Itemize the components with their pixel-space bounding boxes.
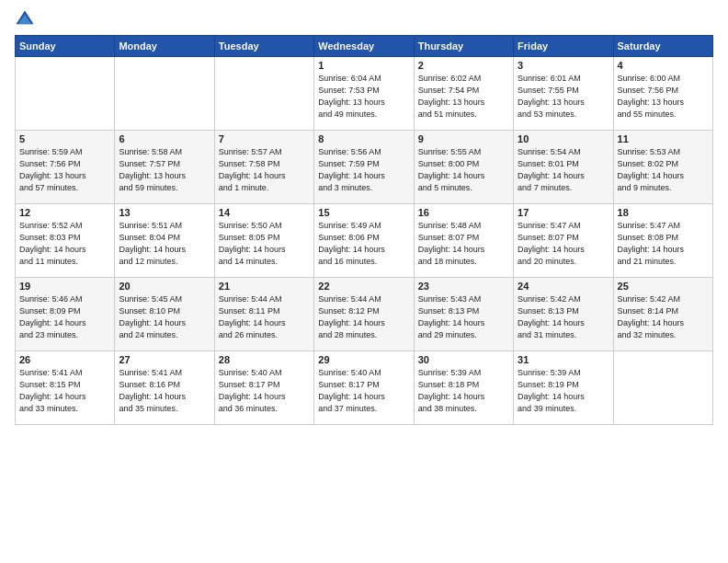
day-number: 10 — [518, 133, 609, 144]
calendar-cell: 9Sunrise: 5:55 AM Sunset: 8:00 PM Daylig… — [414, 131, 513, 204]
day-number: 27 — [119, 354, 210, 365]
header-row: SundayMondayTuesdayWednesdayThursdayFrid… — [16, 36, 713, 57]
calendar-cell — [613, 351, 712, 425]
calendar-cell: 1Sunrise: 6:04 AM Sunset: 7:53 PM Daylig… — [314, 57, 414, 131]
column-header-tuesday: Tuesday — [214, 36, 313, 57]
calendar-cell: 5Sunrise: 5:59 AM Sunset: 7:56 PM Daylig… — [16, 131, 115, 204]
day-number: 25 — [618, 281, 709, 292]
logo-icon — [15, 9, 35, 29]
column-header-wednesday: Wednesday — [314, 36, 414, 57]
day-number: 11 — [618, 133, 709, 144]
day-info: Sunrise: 5:44 AM Sunset: 8:12 PM Dayligh… — [318, 293, 409, 341]
calendar-cell: 21Sunrise: 5:44 AM Sunset: 8:11 PM Dayli… — [214, 278, 313, 351]
day-number: 30 — [418, 354, 509, 365]
day-info: Sunrise: 5:42 AM Sunset: 8:13 PM Dayligh… — [518, 293, 609, 341]
calendar-cell: 11Sunrise: 5:53 AM Sunset: 8:02 PM Dayli… — [613, 131, 712, 204]
calendar-cell — [16, 57, 115, 131]
day-info: Sunrise: 5:57 AM Sunset: 7:58 PM Dayligh… — [219, 146, 310, 194]
calendar-cell: 26Sunrise: 5:41 AM Sunset: 8:15 PM Dayli… — [16, 351, 115, 425]
day-info: Sunrise: 5:40 AM Sunset: 8:17 PM Dayligh… — [219, 367, 310, 415]
day-info: Sunrise: 5:42 AM Sunset: 8:14 PM Dayligh… — [618, 293, 709, 341]
calendar-cell: 28Sunrise: 5:40 AM Sunset: 8:17 PM Dayli… — [214, 351, 313, 425]
calendar-cell: 10Sunrise: 5:54 AM Sunset: 8:01 PM Dayli… — [514, 131, 613, 204]
day-number: 24 — [518, 281, 609, 292]
day-info: Sunrise: 5:55 AM Sunset: 8:00 PM Dayligh… — [418, 146, 509, 194]
calendar-cell: 7Sunrise: 5:57 AM Sunset: 7:58 PM Daylig… — [214, 131, 313, 204]
calendar-cell: 20Sunrise: 5:45 AM Sunset: 8:10 PM Dayli… — [115, 278, 214, 351]
day-info: Sunrise: 5:53 AM Sunset: 8:02 PM Dayligh… — [618, 146, 709, 194]
day-info: Sunrise: 5:39 AM Sunset: 8:19 PM Dayligh… — [518, 367, 609, 415]
calendar-cell: 30Sunrise: 5:39 AM Sunset: 8:18 PM Dayli… — [414, 351, 513, 425]
calendar-cell: 19Sunrise: 5:46 AM Sunset: 8:09 PM Dayli… — [16, 278, 115, 351]
calendar-cell: 3Sunrise: 6:01 AM Sunset: 7:55 PM Daylig… — [514, 57, 613, 131]
day-number: 9 — [418, 133, 509, 144]
day-number: 18 — [618, 207, 709, 218]
calendar-cell: 4Sunrise: 6:00 AM Sunset: 7:56 PM Daylig… — [613, 57, 712, 131]
day-info: Sunrise: 5:41 AM Sunset: 8:16 PM Dayligh… — [119, 367, 210, 415]
calendar-body: 1Sunrise: 6:04 AM Sunset: 7:53 PM Daylig… — [16, 57, 713, 425]
calendar-cell: 29Sunrise: 5:40 AM Sunset: 8:17 PM Dayli… — [314, 351, 414, 425]
header — [15, 9, 713, 29]
day-info: Sunrise: 5:59 AM Sunset: 7:56 PM Dayligh… — [19, 146, 110, 194]
day-number: 1 — [318, 60, 409, 71]
column-header-saturday: Saturday — [613, 36, 712, 57]
day-number: 26 — [19, 354, 110, 365]
calendar-cell: 17Sunrise: 5:47 AM Sunset: 8:07 PM Dayli… — [514, 204, 613, 278]
calendar-cell — [214, 57, 313, 131]
week-row-2: 12Sunrise: 5:52 AM Sunset: 8:03 PM Dayli… — [16, 204, 713, 278]
day-number: 8 — [318, 133, 409, 144]
calendar-cell: 2Sunrise: 6:02 AM Sunset: 7:54 PM Daylig… — [414, 57, 513, 131]
calendar-cell: 24Sunrise: 5:42 AM Sunset: 8:13 PM Dayli… — [514, 278, 613, 351]
day-info: Sunrise: 5:54 AM Sunset: 8:01 PM Dayligh… — [518, 146, 609, 194]
day-info: Sunrise: 6:02 AM Sunset: 7:54 PM Dayligh… — [418, 73, 509, 121]
day-number: 16 — [418, 207, 509, 218]
column-header-monday: Monday — [115, 36, 214, 57]
day-info: Sunrise: 5:43 AM Sunset: 8:13 PM Dayligh… — [418, 293, 509, 341]
day-info: Sunrise: 5:51 AM Sunset: 8:04 PM Dayligh… — [119, 220, 210, 268]
calendar-cell: 16Sunrise: 5:48 AM Sunset: 8:07 PM Dayli… — [414, 204, 513, 278]
day-number: 19 — [19, 281, 110, 292]
day-number: 15 — [318, 207, 409, 218]
calendar-cell — [115, 57, 214, 131]
day-info: Sunrise: 5:44 AM Sunset: 8:11 PM Dayligh… — [219, 293, 310, 341]
calendar-cell: 13Sunrise: 5:51 AM Sunset: 8:04 PM Dayli… — [115, 204, 214, 278]
day-info: Sunrise: 5:46 AM Sunset: 8:09 PM Dayligh… — [19, 293, 110, 341]
day-number: 4 — [618, 60, 709, 71]
day-info: Sunrise: 6:01 AM Sunset: 7:55 PM Dayligh… — [518, 73, 609, 121]
day-info: Sunrise: 6:04 AM Sunset: 7:53 PM Dayligh… — [318, 73, 409, 121]
calendar-header: SundayMondayTuesdayWednesdayThursdayFrid… — [16, 36, 713, 57]
day-info: Sunrise: 5:48 AM Sunset: 8:07 PM Dayligh… — [418, 220, 509, 268]
day-number: 6 — [119, 133, 210, 144]
calendar-cell: 18Sunrise: 5:47 AM Sunset: 8:08 PM Dayli… — [613, 204, 712, 278]
column-header-thursday: Thursday — [414, 36, 513, 57]
day-info: Sunrise: 5:52 AM Sunset: 8:03 PM Dayligh… — [19, 220, 110, 268]
calendar-cell: 14Sunrise: 5:50 AM Sunset: 8:05 PM Dayli… — [214, 204, 313, 278]
day-info: Sunrise: 5:50 AM Sunset: 8:05 PM Dayligh… — [219, 220, 310, 268]
week-row-3: 19Sunrise: 5:46 AM Sunset: 8:09 PM Dayli… — [16, 278, 713, 351]
day-info: Sunrise: 5:58 AM Sunset: 7:57 PM Dayligh… — [119, 146, 210, 194]
day-info: Sunrise: 5:45 AM Sunset: 8:10 PM Dayligh… — [119, 293, 210, 341]
calendar-cell: 8Sunrise: 5:56 AM Sunset: 7:59 PM Daylig… — [314, 131, 414, 204]
week-row-1: 5Sunrise: 5:59 AM Sunset: 7:56 PM Daylig… — [16, 131, 713, 204]
day-number: 28 — [219, 354, 310, 365]
day-number: 3 — [518, 60, 609, 71]
day-info: Sunrise: 5:56 AM Sunset: 7:59 PM Dayligh… — [318, 146, 409, 194]
day-info: Sunrise: 5:49 AM Sunset: 8:06 PM Dayligh… — [318, 220, 409, 268]
column-header-sunday: Sunday — [16, 36, 115, 57]
calendar-cell: 25Sunrise: 5:42 AM Sunset: 8:14 PM Dayli… — [613, 278, 712, 351]
day-number: 22 — [318, 281, 409, 292]
calendar-cell: 22Sunrise: 5:44 AM Sunset: 8:12 PM Dayli… — [314, 278, 414, 351]
calendar-cell: 23Sunrise: 5:43 AM Sunset: 8:13 PM Dayli… — [414, 278, 513, 351]
day-number: 29 — [318, 354, 409, 365]
calendar-table: SundayMondayTuesdayWednesdayThursdayFrid… — [15, 35, 713, 425]
day-number: 7 — [219, 133, 310, 144]
calendar-cell: 15Sunrise: 5:49 AM Sunset: 8:06 PM Dayli… — [314, 204, 414, 278]
day-number: 31 — [518, 354, 609, 365]
calendar-cell: 31Sunrise: 5:39 AM Sunset: 8:19 PM Dayli… — [514, 351, 613, 425]
day-info: Sunrise: 5:39 AM Sunset: 8:18 PM Dayligh… — [418, 367, 509, 415]
calendar-cell: 27Sunrise: 5:41 AM Sunset: 8:16 PM Dayli… — [115, 351, 214, 425]
day-number: 13 — [119, 207, 210, 218]
day-number: 23 — [418, 281, 509, 292]
week-row-0: 1Sunrise: 6:04 AM Sunset: 7:53 PM Daylig… — [16, 57, 713, 131]
calendar-cell: 6Sunrise: 5:58 AM Sunset: 7:57 PM Daylig… — [115, 131, 214, 204]
